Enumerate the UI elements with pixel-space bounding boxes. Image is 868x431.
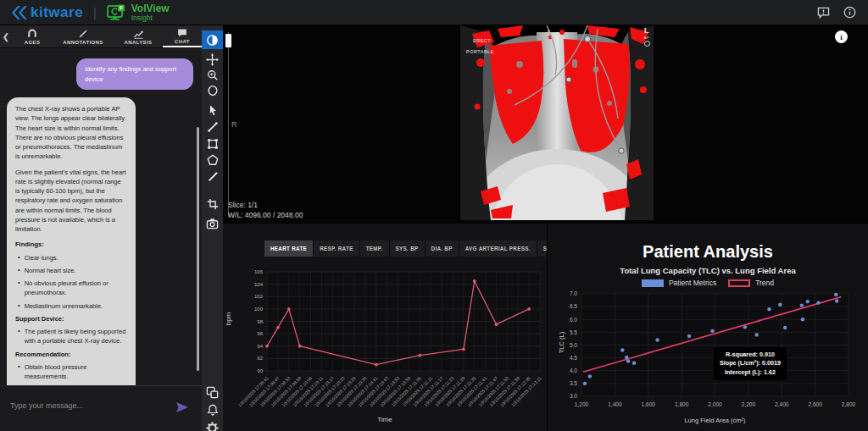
ap-marker: AP	[644, 36, 649, 40]
svg-text:6.0: 6.0	[570, 317, 577, 323]
collapse-panel-button[interactable]: ❮	[0, 25, 12, 47]
kitware-logo: kitware	[12, 4, 83, 21]
ellipse-tool-button[interactable]	[202, 81, 223, 100]
stat-slope: Slope (L/cm²): 0.0019	[720, 359, 781, 367]
assistant-message-block: Recommendation:	[15, 350, 127, 359]
scatter-y-axis-label: TLC (L)	[558, 318, 565, 368]
erect-marker: ERECT	[473, 38, 491, 43]
regression-stats-box: R-squared: 0.910 Slope (L/cm²): 0.0019 I…	[714, 347, 787, 380]
window-level-label: W/L: 4096.00 / 2048.00	[228, 210, 303, 220]
pen-tool-button[interactable]	[202, 168, 223, 186]
vitals-tab-dia-bp[interactable]: DIA. BP	[426, 240, 459, 257]
svg-text:F: F	[120, 5, 123, 11]
vitals-tab-resp-rate[interactable]: RESP. RATE	[314, 240, 360, 257]
slice-label: Slice: 1/1	[228, 200, 303, 210]
heart-rate-y-axis-label: bpm	[225, 302, 232, 336]
svg-text:4.5: 4.5	[570, 355, 577, 361]
vitals-tabbar: HEART RATERESP. RATETEMP.SYS. BPDIA. BPA…	[264, 240, 565, 257]
svg-text:2,000: 2,000	[708, 401, 722, 407]
chat-bubble-icon	[177, 28, 187, 38]
svg-text:2,400: 2,400	[775, 401, 789, 407]
viewer-info-button[interactable]: i	[835, 30, 848, 43]
volview-monitor-icon: F	[107, 4, 127, 21]
magnet-icon	[27, 29, 37, 39]
svg-text:5.0: 5.0	[570, 342, 577, 348]
svg-text:1,400: 1,400	[608, 401, 622, 407]
chat-message-input[interactable]	[10, 401, 154, 410]
tab-annotations[interactable]: ANNOTATIONS	[53, 25, 114, 47]
layout-icon	[206, 386, 219, 399]
svg-text:2,200: 2,200	[742, 401, 756, 407]
layout-button[interactable]	[202, 383, 223, 401]
chat-scrollbar[interactable]	[197, 127, 199, 371]
vitals-tab-temp-[interactable]: TEMP.	[360, 240, 390, 257]
assistant-message-block: •Normal heart size.	[18, 266, 127, 275]
polygon-icon	[207, 154, 219, 166]
vitals-tab-sys-bp[interactable]: SYS. BP	[390, 240, 426, 257]
pan-icon	[206, 53, 219, 66]
vitals-tab-avg-arterial-press-[interactable]: AVG ARTERIAL PRESS.	[459, 240, 537, 257]
scatter-x-axis-label: Lung Field Area (cm²)	[581, 417, 849, 424]
pen-icon	[207, 171, 219, 183]
slice-slider-track[interactable]	[228, 32, 229, 217]
patient-analysis-panel: Patient Analysis Total Lung Capacity (TL…	[547, 223, 868, 431]
svg-text:90: 90	[257, 368, 263, 373]
cursor-icon	[207, 104, 219, 116]
camera-icon	[206, 218, 219, 229]
svg-text:5.5: 5.5	[570, 329, 577, 335]
assistant-message-block: Given the patient's vital signs, the hea…	[15, 168, 127, 235]
stat-r-squared: R-squared: 0.910	[720, 351, 781, 359]
svg-text:3.5: 3.5	[570, 380, 577, 386]
xray-render	[460, 25, 654, 220]
kitware-wordmark: kitware	[31, 4, 83, 21]
ruler-icon	[207, 121, 219, 133]
assistant-message-bubble: The chest X-ray shows a portable AP view…	[7, 97, 136, 385]
position-marker-ring	[644, 41, 650, 47]
notifications-button[interactable]	[202, 401, 223, 419]
slice-slider-thumb[interactable]	[225, 34, 231, 47]
window-level-tool-button[interactable]	[202, 30, 223, 49]
svg-text:106: 106	[254, 269, 264, 274]
feedback-icon[interactable]	[817, 7, 830, 19]
svg-text:96: 96	[257, 331, 263, 336]
assistant-message-block: •The patient is likely being supported w…	[18, 327, 127, 346]
image-viewer[interactable]: ERECT PORTABLE A L AP R Slice: 1/1 W/L: …	[223, 25, 868, 223]
chat-message-list[interactable]: Identify any findings and support device…	[0, 48, 202, 385]
pointer-tool-button[interactable]	[202, 101, 223, 119]
polygon-tool-button[interactable]	[202, 151, 223, 169]
svg-text:2,600: 2,600	[808, 401, 822, 407]
assistant-message-block: •Clear lungs.	[18, 253, 127, 262]
screenshot-tool-button[interactable]	[202, 214, 223, 233]
insight-wordmark: Insight	[131, 14, 170, 22]
svg-text:104: 104	[254, 282, 264, 287]
svg-text:7.0: 7.0	[570, 290, 577, 296]
kitware-chevrons-icon	[12, 5, 29, 20]
settings-button[interactable]	[202, 418, 223, 431]
tab-analysis[interactable]: ANALYSIS	[114, 25, 163, 47]
scatter-chart[interactable]: 1,2001,4001,6001,8002,0002,2002,4002,600…	[548, 224, 868, 431]
tab-images-label: AGES	[25, 40, 41, 45]
stat-intercept: Intercept (L): 1.62	[720, 368, 781, 377]
ruler-tool-button[interactable]	[202, 118, 223, 136]
vitals-tab-heart-rate[interactable]: HEART RATE	[264, 240, 314, 257]
tab-chat[interactable]: CHAT	[163, 25, 202, 47]
window-level-icon	[206, 34, 219, 47]
send-message-icon[interactable]	[175, 400, 190, 415]
svg-text:1,600: 1,600	[642, 401, 656, 407]
tab-analysis-label: ANALYSIS	[125, 40, 153, 45]
assistant-message-block: Findings:	[15, 240, 127, 249]
vitals-chart-panel: HEART RATERESP. RATETEMP.SYS. BPDIA. BPA…	[223, 223, 547, 431]
tab-annotations-label: ANNOTATIONS	[63, 40, 103, 45]
info-icon[interactable]	[843, 6, 856, 19]
chest-xray-image[interactable]: ERECT PORTABLE A L AP	[460, 25, 654, 220]
assistant-message-block: •Mediastinum unremarkable.	[18, 301, 127, 311]
ellipse-icon	[207, 85, 219, 97]
heart-rate-x-axis-label: Time	[223, 416, 547, 423]
crop-tool-button[interactable]	[202, 195, 223, 213]
svg-text:4.0: 4.0	[570, 367, 577, 373]
tab-images[interactable]: AGES	[12, 25, 53, 47]
orientation-label: R	[231, 120, 237, 129]
rectangle-roi-icon	[207, 138, 219, 150]
tab-chat-label: CHAT	[175, 39, 190, 44]
svg-text:3.0: 3.0	[570, 393, 577, 399]
